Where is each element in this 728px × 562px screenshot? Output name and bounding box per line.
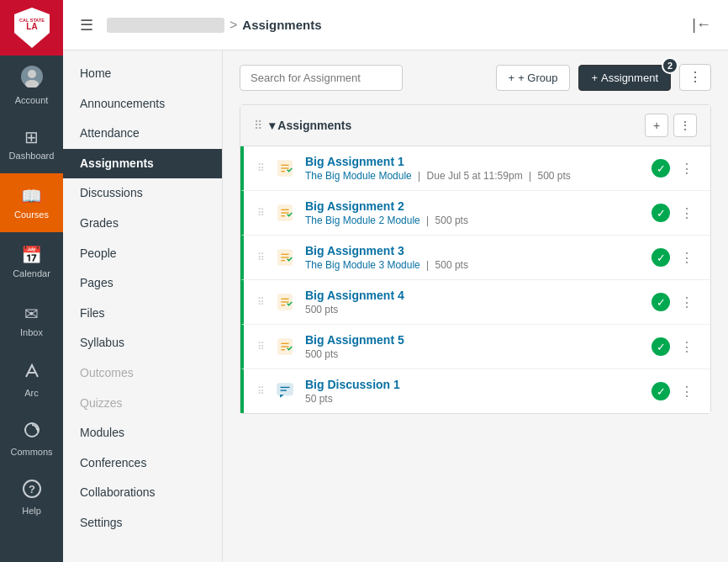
sidebar-item-dashboard[interactable]: ⊞ Dashboard bbox=[0, 114, 63, 173]
global-sidebar: CAL STATE LA Account ⊞ Dashboard 📖 Cours… bbox=[0, 0, 63, 562]
svg-rect-30 bbox=[277, 384, 293, 395]
published-icon: ✓ bbox=[652, 248, 670, 267]
discussion-type-icon bbox=[273, 379, 297, 403]
nav-item-quizzes: Quizzes bbox=[63, 389, 222, 419]
svg-text:LA: LA bbox=[26, 22, 37, 31]
add-group-button[interactable]: + + Group bbox=[496, 65, 571, 91]
published-icon: ✓ bbox=[652, 159, 670, 178]
published-icon: ✓ bbox=[652, 337, 670, 356]
section-actions: + ⋮ bbox=[645, 114, 697, 137]
assignment-meta: The Big Module 2 Module | 500 pts bbox=[305, 215, 643, 226]
nav-item-assignments[interactable]: Assignments bbox=[63, 149, 222, 179]
assignment-meta: 500 pts bbox=[305, 348, 643, 360]
svg-point-4 bbox=[28, 70, 36, 78]
assignment-type-icon bbox=[273, 246, 297, 269]
search-input[interactable] bbox=[240, 65, 403, 91]
arc-icon bbox=[23, 362, 41, 384]
assignments-section: ⠿ ▾ Assignments + ⋮ ⠿ bbox=[240, 104, 711, 414]
assignment-name[interactable]: Big Assignment 1 bbox=[305, 155, 643, 168]
module-link[interactable]: The Big Module 3 Module bbox=[305, 259, 420, 271]
assignment-name[interactable]: Big Discussion 1 bbox=[305, 378, 643, 391]
nav-item-attendance[interactable]: Attendance bbox=[63, 119, 222, 149]
courses-icon: 📖 bbox=[21, 186, 42, 206]
points: 50 pts bbox=[305, 393, 333, 405]
nav-item-files[interactable]: Files bbox=[63, 299, 222, 329]
sidebar-item-calendar-label: Calendar bbox=[13, 268, 50, 278]
toolbar-more-button[interactable]: ⋮ bbox=[679, 64, 711, 91]
sidebar-item-help-label: Help bbox=[22, 506, 41, 516]
nav-item-grades[interactable]: Grades bbox=[63, 209, 222, 239]
add-assignment-button[interactable]: + Assignment 2 bbox=[578, 65, 671, 91]
points: 500 pts bbox=[305, 304, 338, 315]
hamburger-button[interactable]: ☰ bbox=[76, 13, 97, 38]
assignment-info: Big Assignment 2 The Big Module 2 Module… bbox=[305, 199, 643, 226]
assignment-name[interactable]: Big Assignment 4 bbox=[305, 289, 643, 302]
assignment-info: Big Assignment 4 500 pts bbox=[305, 289, 643, 315]
top-header: ☰ > Assignments |← bbox=[63, 0, 728, 50]
published-icon: ✓ bbox=[652, 204, 670, 222]
table-row: ⠿ Big Assignment 3 The Big bbox=[240, 236, 710, 280]
app-logo: CAL STATE LA bbox=[0, 0, 63, 56]
points: 500 pts bbox=[435, 259, 468, 271]
module-link[interactable]: The Big Module 2 Module bbox=[305, 215, 420, 226]
points: 500 pts bbox=[435, 215, 468, 226]
row-drag-handle[interactable]: ⠿ bbox=[257, 296, 265, 308]
nav-item-collaborations[interactable]: Collaborations bbox=[63, 478, 222, 508]
sidebar-item-commons[interactable]: Commons bbox=[0, 409, 63, 468]
nav-item-pages[interactable]: Pages bbox=[63, 268, 222, 299]
sidebar-item-courses-label: Courses bbox=[14, 209, 49, 220]
published-icon: ✓ bbox=[652, 382, 670, 400]
sidebar-item-commons-label: Commons bbox=[10, 447, 52, 457]
assignment-info: Big Assignment 5 500 pts bbox=[305, 333, 643, 360]
inbox-icon: ✉ bbox=[24, 304, 39, 324]
svg-text:?: ? bbox=[29, 483, 35, 496]
nav-item-announcements[interactable]: Announcements bbox=[63, 89, 222, 119]
commons-icon bbox=[23, 421, 41, 443]
row-drag-handle[interactable]: ⠿ bbox=[257, 252, 265, 263]
row-status: ✓ ⋮ bbox=[652, 248, 697, 268]
row-drag-handle[interactable]: ⠿ bbox=[257, 207, 265, 219]
section-header: ⠿ ▾ Assignments + ⋮ bbox=[240, 105, 710, 146]
nav-item-discussions[interactable]: Discussions bbox=[63, 178, 222, 209]
row-drag-handle[interactable]: ⠿ bbox=[257, 162, 265, 174]
row-more-button[interactable]: ⋮ bbox=[677, 204, 697, 223]
assignment-name[interactable]: Big Assignment 5 bbox=[305, 333, 643, 347]
sidebar-item-inbox[interactable]: ✉ Inbox bbox=[0, 291, 63, 350]
row-more-button[interactable]: ⋮ bbox=[677, 293, 697, 312]
sidebar-item-courses[interactable]: 📖 Courses bbox=[0, 173, 63, 232]
assignment-name[interactable]: Big Assignment 2 bbox=[305, 199, 643, 213]
row-status: ✓ ⋮ bbox=[652, 204, 697, 223]
assignment-name[interactable]: Big Assignment 3 bbox=[305, 244, 643, 257]
nav-item-settings[interactable]: Settings bbox=[63, 508, 222, 538]
section-more-button[interactable]: ⋮ bbox=[673, 114, 697, 137]
row-drag-handle[interactable]: ⠿ bbox=[257, 385, 265, 397]
table-row: ⠿ Big Discussion 1 50 pts bbox=[240, 369, 710, 413]
nav-item-syllabus[interactable]: Syllabus bbox=[63, 328, 222, 358]
sidebar-item-arc[interactable]: Arc bbox=[0, 350, 63, 409]
row-more-button[interactable]: ⋮ bbox=[677, 248, 697, 268]
content-area: Home Announcements Attendance Assignment… bbox=[63, 50, 728, 562]
row-drag-handle[interactable]: ⠿ bbox=[257, 341, 265, 353]
nav-item-home[interactable]: Home bbox=[63, 59, 222, 89]
sidebar-item-account[interactable]: Account bbox=[0, 56, 63, 114]
sidebar-item-calendar[interactable]: 📅 Calendar bbox=[0, 232, 63, 291]
nav-item-conferences[interactable]: Conferences bbox=[63, 448, 222, 479]
module-link[interactable]: The Big Module Module bbox=[305, 170, 412, 182]
section-add-button[interactable]: + bbox=[645, 114, 668, 137]
row-more-button[interactable]: ⋮ bbox=[677, 337, 697, 357]
due-date: Due Jul 5 at 11:59pm bbox=[427, 170, 523, 182]
row-status: ✓ ⋮ bbox=[652, 159, 697, 178]
sidebar-item-help[interactable]: ? Help bbox=[0, 468, 63, 527]
assignment-type-icon bbox=[273, 201, 297, 225]
collapse-button[interactable]: |← bbox=[688, 13, 715, 37]
calendar-icon: 📅 bbox=[21, 245, 42, 265]
section-drag-handle[interactable]: ⠿ bbox=[254, 119, 262, 132]
table-row: ⠿ Big Assignment 1 The Big bbox=[240, 146, 710, 191]
assignment-meta: 500 pts bbox=[305, 304, 643, 315]
main-content: ☰ > Assignments |← Home Announcements At… bbox=[63, 0, 728, 562]
table-row: ⠿ Big Assignment 4 500 pts bbox=[240, 280, 710, 325]
row-more-button[interactable]: ⋮ bbox=[677, 159, 697, 178]
nav-item-people[interactable]: People bbox=[63, 239, 222, 269]
nav-item-modules[interactable]: Modules bbox=[63, 418, 222, 448]
row-more-button[interactable]: ⋮ bbox=[677, 382, 697, 401]
